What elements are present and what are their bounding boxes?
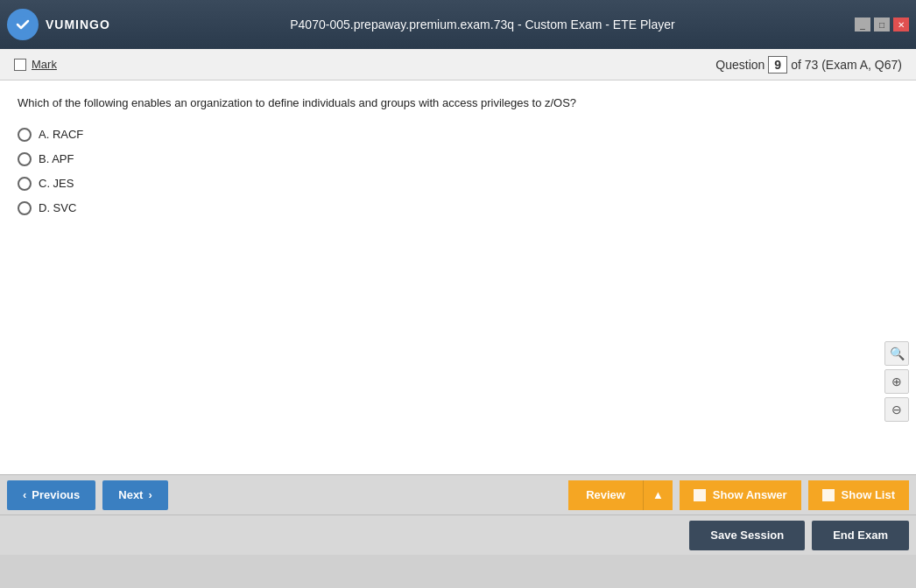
- zoom-out-button[interactable]: ⊖: [884, 397, 909, 422]
- search-icon: 🔍: [890, 346, 905, 360]
- show-answer-label: Show Answer: [713, 488, 787, 501]
- title-bar: VUMINGO P4070-005.prepaway.premium.exam.…: [0, 0, 916, 49]
- option-a[interactable]: A. RACF: [18, 128, 898, 142]
- option-c-label: C. JES: [39, 177, 74, 190]
- question-text: Which of the following enables an organi…: [18, 94, 898, 112]
- show-list-label: Show List: [842, 488, 895, 501]
- show-list-button[interactable]: Show List: [808, 480, 909, 510]
- content-area: Which of the following enables an organi…: [0, 80, 916, 474]
- save-session-button[interactable]: Save Session: [689, 521, 805, 550]
- question-info: Question 9 of 73 (Exam A, Q67): [715, 56, 902, 74]
- end-bar: Save Session End Exam: [0, 514, 916, 555]
- search-button[interactable]: 🔍: [884, 341, 909, 366]
- zoom-out-icon: ⊖: [891, 402, 902, 416]
- review-dropdown-button[interactable]: ▲: [643, 480, 673, 510]
- mark-text[interactable]: Mark: [32, 58, 57, 71]
- window-title: P4070-005.prepaway.premium.exam.73q - Cu…: [110, 18, 855, 32]
- radio-c[interactable]: [18, 177, 32, 191]
- radio-b[interactable]: [18, 152, 32, 166]
- option-c[interactable]: C. JES: [18, 177, 898, 191]
- option-d[interactable]: D. SVC: [18, 201, 898, 215]
- review-arrow-icon: ▲: [652, 488, 664, 501]
- save-session-label: Save Session: [710, 528, 784, 542]
- review-group: Review ▲: [568, 480, 673, 510]
- review-label: Review: [586, 488, 625, 501]
- window-controls: _ □ ✕: [855, 18, 909, 32]
- question-label: Question: [715, 58, 765, 72]
- previous-label: Previous: [32, 488, 80, 501]
- side-tools: 🔍 ⊕ ⊖: [884, 341, 909, 422]
- logo-icon: [7, 9, 39, 40]
- radio-a[interactable]: [18, 128, 32, 142]
- mark-bar: Mark Question 9 of 73 (Exam A, Q67): [0, 49, 916, 80]
- show-answer-button[interactable]: Show Answer: [680, 480, 801, 510]
- previous-chevron-icon: ‹: [23, 488, 26, 501]
- zoom-in-icon: ⊕: [891, 374, 902, 388]
- option-b[interactable]: B. APF: [18, 152, 898, 166]
- end-exam-label: End Exam: [833, 528, 888, 542]
- bottom-nav: ‹ Previous Next › Review ▲ Show Answer S…: [0, 474, 916, 514]
- end-exam-button[interactable]: End Exam: [812, 521, 909, 550]
- option-a-label: A. RACF: [39, 128, 83, 141]
- show-answer-icon: [694, 489, 706, 501]
- show-list-icon: [822, 489, 835, 501]
- option-d-label: D. SVC: [39, 201, 76, 214]
- maximize-button[interactable]: □: [874, 18, 890, 32]
- mark-checkbox[interactable]: [14, 59, 26, 71]
- logo-area: VUMINGO: [7, 9, 110, 40]
- radio-d[interactable]: [18, 201, 32, 215]
- close-button[interactable]: ✕: [893, 18, 909, 32]
- next-button[interactable]: Next ›: [102, 480, 168, 510]
- question-total: of 73 (Exam A, Q67): [791, 58, 902, 72]
- previous-button[interactable]: ‹ Previous: [7, 480, 95, 510]
- question-number: 9: [768, 56, 787, 74]
- mark-label[interactable]: Mark: [14, 58, 57, 71]
- next-chevron-icon: ›: [148, 488, 151, 501]
- next-label: Next: [118, 488, 143, 501]
- logo-text: VUMINGO: [46, 18, 110, 32]
- review-button[interactable]: Review: [568, 480, 643, 510]
- option-b-label: B. APF: [39, 152, 74, 165]
- zoom-in-button[interactable]: ⊕: [884, 369, 909, 394]
- minimize-button[interactable]: _: [855, 18, 870, 32]
